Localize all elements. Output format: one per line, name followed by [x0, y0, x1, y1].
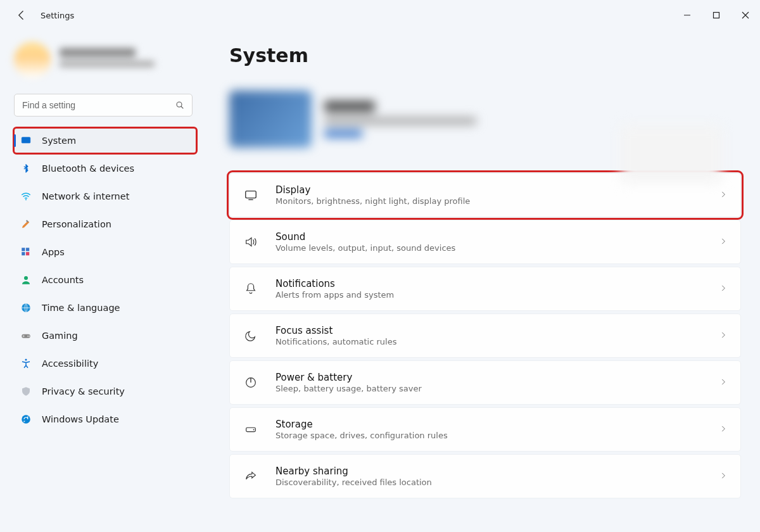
card-subtitle: Monitors, brightness, night light, displ…: [276, 196, 719, 206]
settings-card-power[interactable]: Power & batterySleep, battery usage, bat…: [229, 360, 741, 405]
card-subtitle: Volume levels, output, input, sound devi…: [276, 243, 719, 253]
bluetooth-icon: [20, 163, 32, 174]
content-area: System DisplayMonitors, brightness, nigh…: [203, 30, 760, 532]
chevron-right-icon: [719, 190, 728, 201]
card-title: Storage: [276, 419, 719, 430]
search-icon: [175, 100, 185, 110]
chevron-right-icon: [719, 424, 728, 435]
maximize-button[interactable]: [702, 0, 731, 30]
sidebar-item-network[interactable]: Network & internet: [14, 184, 196, 209]
chevron-right-icon: [719, 377, 728, 388]
system-icon: [20, 135, 32, 146]
nav-list: SystemBluetooth & devicesNetwork & inter…: [14, 128, 196, 432]
shield-icon: [20, 386, 32, 397]
sidebar-item-label: Time & language: [42, 303, 120, 313]
sidebar-item-label: Privacy & security: [42, 386, 125, 396]
card-title: Power & battery: [276, 372, 719, 383]
sidebar-item-label: Bluetooth & devices: [42, 163, 134, 174]
update-icon: [20, 414, 32, 425]
sidebar-item-gaming[interactable]: Gaming: [14, 323, 196, 348]
card-subtitle: Notifications, automatic rules: [276, 337, 719, 346]
settings-card-storage[interactable]: StorageStorage space, drives, configurat…: [229, 407, 741, 452]
settings-card-sound[interactable]: SoundVolume levels, output, input, sound…: [229, 220, 741, 264]
chevron-right-icon: [719, 331, 728, 341]
sidebar-item-time[interactable]: Time & language: [14, 295, 196, 320]
bell-icon: [243, 282, 259, 296]
card-text: Power & batterySleep, battery usage, bat…: [276, 372, 719, 393]
moon-icon: [243, 329, 259, 343]
power-icon: [243, 376, 259, 390]
speaker-icon: [243, 235, 259, 249]
search-input[interactable]: [14, 94, 193, 117]
card-title: Sound: [276, 231, 719, 243]
card-title: Display: [276, 184, 719, 196]
wifi-icon: [20, 191, 32, 202]
card-title: Focus assist: [276, 325, 719, 336]
card-text: SoundVolume levels, output, input, sound…: [276, 231, 719, 253]
card-text: Focus assistNotifications, automatic rul…: [276, 325, 719, 346]
monitor-icon: [243, 188, 259, 202]
window-title: Settings: [41, 11, 74, 20]
svg-point-2: [177, 102, 182, 107]
sidebar-item-label: Windows Update: [42, 414, 119, 424]
sidebar-item-label: Accounts: [42, 275, 84, 285]
card-title: Nearby sharing: [276, 466, 719, 477]
card-subtitle: Storage space, drives, configuration rul…: [276, 431, 719, 440]
account-summary-blurred: [14, 30, 196, 94]
close-button[interactable]: [731, 0, 760, 30]
search-container: [14, 94, 193, 117]
sidebar-item-accounts[interactable]: Accounts: [14, 267, 196, 293]
blurred-panel: [621, 125, 722, 182]
card-text: Nearby sharingDiscoverability, received …: [276, 466, 719, 487]
person-icon: [20, 274, 32, 286]
sidebar-item-label: System: [42, 136, 76, 146]
card-subtitle: Sleep, battery usage, battery saver: [276, 384, 719, 393]
sidebar-item-label: Apps: [42, 247, 65, 257]
card-title: Notifications: [276, 278, 719, 289]
sidebar-item-update[interactable]: Windows Update: [14, 407, 196, 432]
card-subtitle: Discoverability, received files location: [276, 478, 719, 487]
accessibility-icon: [20, 358, 32, 369]
chevron-right-icon: [719, 284, 728, 294]
card-text: StorageStorage space, drives, configurat…: [276, 419, 719, 440]
drive-icon: [243, 422, 259, 436]
sidebar-item-apps[interactable]: Apps: [14, 239, 196, 265]
window-controls: [673, 0, 760, 30]
back-button[interactable]: [15, 9, 28, 22]
avatar: [14, 42, 51, 79]
sidebar-item-system[interactable]: System: [14, 128, 196, 153]
svg-line-3: [181, 106, 183, 108]
globe-icon: [20, 302, 32, 314]
sidebar-item-label: Network & internet: [42, 191, 129, 201]
apps-icon: [20, 246, 32, 258]
paintbrush-icon: [20, 218, 32, 230]
page-title: System: [229, 44, 741, 66]
sidebar-item-label: Accessibility: [42, 358, 98, 369]
share-icon: [243, 469, 259, 483]
sidebar: SystemBluetooth & devicesNetwork & inter…: [0, 30, 203, 532]
settings-cards-list: DisplayMonitors, brightness, night light…: [229, 173, 741, 498]
gamepad-icon: [20, 330, 32, 341]
svg-rect-1: [714, 13, 719, 18]
settings-card-nearby[interactable]: Nearby sharingDiscoverability, received …: [229, 454, 741, 498]
chevron-right-icon: [719, 471, 728, 482]
card-text: DisplayMonitors, brightness, night light…: [276, 184, 719, 206]
card-text: NotificationsAlerts from apps and system: [276, 278, 719, 300]
sidebar-item-privacy[interactable]: Privacy & security: [14, 379, 196, 404]
card-subtitle: Alerts from apps and system: [276, 290, 719, 300]
sidebar-item-bluetooth[interactable]: Bluetooth & devices: [14, 156, 196, 181]
sidebar-item-label: Personalization: [42, 219, 111, 229]
settings-card-focus[interactable]: Focus assistNotifications, automatic rul…: [229, 314, 741, 358]
sidebar-item-accessibility[interactable]: Accessibility: [14, 351, 196, 376]
minimize-button[interactable]: [673, 0, 702, 30]
sidebar-item-personalization[interactable]: Personalization: [14, 212, 196, 237]
titlebar: Settings: [0, 0, 760, 30]
chevron-right-icon: [719, 237, 728, 248]
settings-card-notifications[interactable]: NotificationsAlerts from apps and system: [229, 267, 741, 311]
sidebar-item-label: Gaming: [42, 331, 78, 341]
